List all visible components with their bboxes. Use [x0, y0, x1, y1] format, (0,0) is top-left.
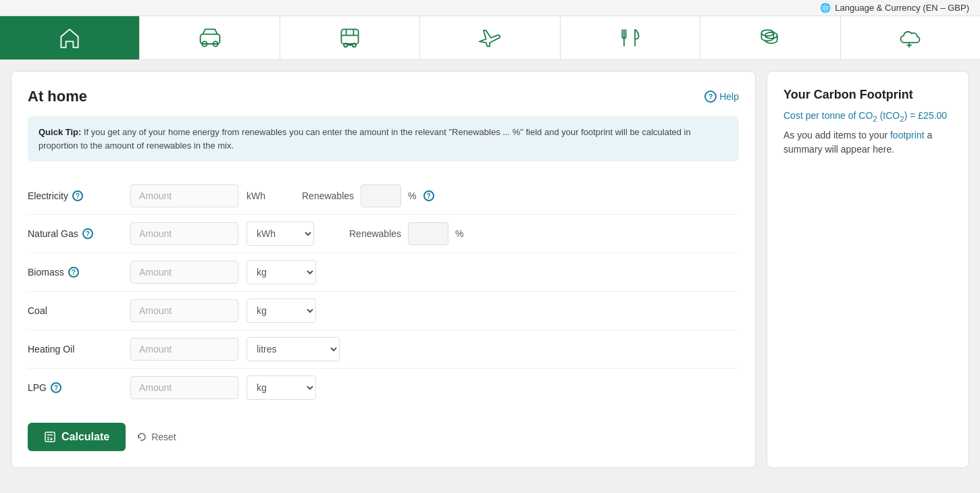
tab-home[interactable] — [0, 16, 140, 59]
car-icon — [198, 26, 222, 50]
label-biomass: Biomass ? — [28, 267, 122, 278]
info-icon-biomass[interactable]: ? — [68, 267, 79, 278]
calculate-label: Calculate — [61, 431, 109, 443]
calculate-button[interactable]: Calculate — [28, 423, 126, 451]
renewables-label-natural-gas: Renewables — [349, 228, 401, 239]
svg-rect-14 — [45, 432, 55, 442]
form-grid: Electricity ? kWh Renewables % ? Natural… — [28, 178, 739, 407]
nav-tabs — [0, 16, 980, 60]
main-container: At home ? Help Quick Tip: If you get any… — [0, 60, 980, 479]
amount-input-coal[interactable] — [130, 299, 238, 322]
label-natural-gas: Natural Gas ? — [28, 228, 122, 239]
reset-label: Reset — [151, 432, 176, 442]
quick-tip-text: If you get any of your home energy from … — [38, 127, 691, 151]
form-row-natural-gas: Natural Gas ? kWh m³ ft³ Renewables % — [28, 215, 739, 253]
renewables-section-natural-gas: Renewables % — [349, 222, 464, 245]
amount-input-biomass[interactable] — [130, 261, 238, 284]
unit-label-electricity: kWh — [247, 190, 267, 201]
svg-point-5 — [344, 43, 347, 47]
amount-input-heating-oil[interactable] — [130, 338, 238, 361]
renewables-input-electricity[interactable] — [361, 184, 401, 207]
cost-per-tonne: Cost per tonne of CO2 (tCO2) = £25.00 — [783, 110, 952, 123]
footprint-description: As you add items to your footprint a sum… — [783, 128, 952, 157]
info-icon-renewables-electricity[interactable]: ? — [423, 190, 434, 201]
footprint-link[interactable]: footprint — [890, 130, 925, 140]
cloud-icon — [898, 26, 923, 50]
language-currency-label[interactable]: Language & Currency (EN – GBP) — [835, 3, 969, 13]
form-row-heating-oil: Heating Oil litres gallons (US) gallons … — [28, 330, 739, 369]
help-link[interactable]: ? Help — [704, 90, 739, 103]
amount-input-natural-gas[interactable] — [130, 222, 238, 245]
info-icon-lpg[interactable]: ? — [51, 382, 61, 393]
form-row-biomass: Biomass ? kg tonnes lbs — [28, 253, 739, 292]
globe-icon: 🌐 — [820, 3, 831, 13]
btn-row: Calculate Reset — [28, 423, 739, 451]
quick-tip: Quick Tip: If you get any of your home e… — [28, 116, 739, 161]
reset-icon — [136, 432, 147, 442]
left-panel: At home ? Help Quick Tip: If you get any… — [11, 71, 756, 468]
label-heating-oil: Heating Oil — [28, 344, 122, 355]
form-row-lpg: LPG ? kg litres tonnes — [28, 369, 739, 407]
help-label: Help — [719, 91, 739, 102]
top-bar: 🌐 Language & Currency (EN – GBP) — [0, 0, 980, 16]
renewables-label-electricity: Renewables — [302, 190, 354, 201]
home-icon — [57, 26, 82, 50]
label-coal: Coal — [28, 305, 122, 316]
percent-icon-electricity: % — [408, 190, 416, 201]
flight-icon — [478, 26, 502, 50]
info-icon-natural-gas[interactable]: ? — [82, 228, 93, 239]
amount-input-electricity[interactable] — [130, 184, 238, 207]
tab-bus[interactable] — [280, 16, 420, 59]
tab-food[interactable] — [561, 16, 700, 59]
carbon-footprint-title: Your Carbon Footprint — [783, 88, 952, 102]
tab-secondary[interactable] — [700, 16, 840, 59]
unit-select-natural-gas[interactable]: kWh m³ ft³ — [247, 222, 314, 246]
tab-car[interactable] — [140, 16, 280, 59]
svg-rect-3 — [341, 29, 358, 44]
amount-input-lpg[interactable] — [130, 376, 238, 399]
tab-other[interactable] — [841, 16, 980, 59]
unit-select-coal[interactable]: kg tonnes lbs — [247, 299, 316, 323]
reset-button[interactable]: Reset — [136, 432, 176, 442]
unit-select-lpg[interactable]: kg litres tonnes — [247, 375, 316, 400]
unit-select-biomass[interactable]: kg tonnes lbs — [247, 260, 316, 284]
form-row-electricity: Electricity ? kWh Renewables % ? — [28, 178, 739, 215]
quick-tip-bold: Quick Tip: — [38, 127, 81, 137]
bus-icon — [338, 26, 362, 50]
coins-icon — [758, 26, 782, 50]
percent-icon-natural-gas: % — [455, 228, 463, 239]
tab-flight[interactable] — [420, 16, 560, 59]
page-title: At home — [28, 88, 87, 105]
info-icon-electricity[interactable]: ? — [72, 190, 83, 201]
label-electricity: Electricity ? — [28, 190, 122, 201]
help-icon: ? — [704, 90, 717, 103]
unit-select-heating-oil[interactable]: litres gallons (US) gallons (UK) — [247, 337, 340, 361]
label-lpg: LPG ? — [28, 382, 122, 393]
renewables-section-electricity: Renewables % ? — [302, 184, 434, 207]
right-panel: Your Carbon Footprint Cost per tonne of … — [767, 71, 969, 468]
renewables-input-natural-gas[interactable] — [408, 222, 448, 245]
form-row-coal: Coal kg tonnes lbs — [28, 292, 739, 330]
svg-point-6 — [353, 43, 356, 47]
panel-header: At home ? Help — [28, 88, 739, 105]
food-icon — [618, 26, 642, 50]
calculator-icon — [44, 431, 56, 443]
